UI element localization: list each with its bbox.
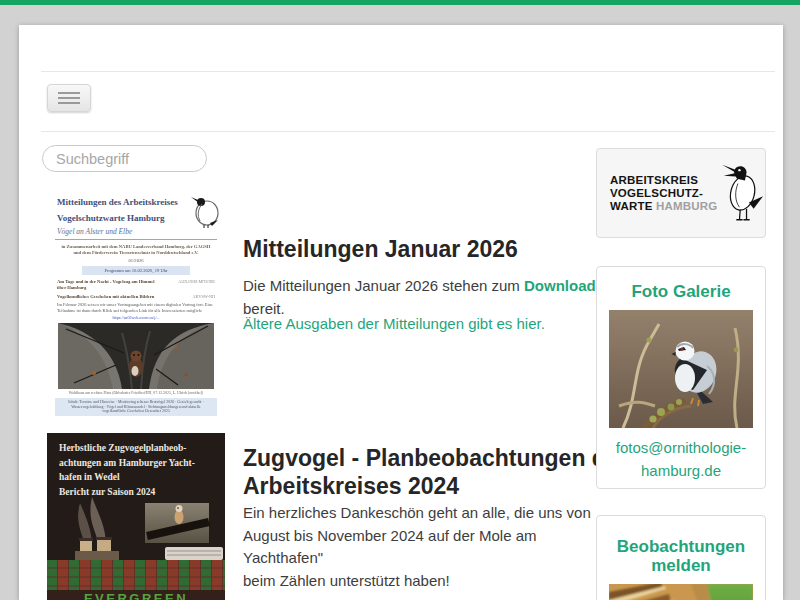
doc-paragraph: Im Februar 2026 setzen wir unser Vortrag… — [57, 302, 215, 312]
sidebar-logo-card[interactable]: ARBEITSKREIS VOGELSCHUTZ- WARTE HAMBURG — [596, 148, 766, 238]
doc-contents-box: Inhalt: Termine und Hinweise · Monitorin… — [55, 398, 217, 416]
doc-photo-caption: Waldkauz am rechten Platz (Ohlsdorfer Fr… — [47, 391, 225, 395]
hamburger-icon — [58, 92, 80, 94]
doc-rule — [55, 239, 217, 240]
newsletter-gull-logo-icon — [190, 195, 222, 229]
doc-program-item: Am Tage und in der Nacht - Vogelzug am H… — [57, 279, 215, 290]
doc-item-author: AKVSW-NH — [192, 294, 215, 299]
article-body-mitteilungen: Die Mitteilungen Januar 2026 stehen zum … — [243, 275, 603, 320]
logo-text: ARBEITSKREIS VOGELSCHUTZ- WARTE HAMBURG — [610, 174, 717, 213]
menu-button[interactable] — [47, 84, 91, 112]
search-input[interactable] — [42, 145, 207, 172]
article-title-mitteilungen[interactable]: Mitteilungen Januar 2026 — [243, 236, 623, 263]
body-text: Die Mitteilungen Januar 2026 stehen zum — [243, 277, 524, 294]
logo: ARBEITSKREIS VOGELSCHUTZ- WARTE HAMBURG — [597, 149, 765, 237]
doc-issue-number: 01/2026 — [47, 258, 225, 263]
header-divider-top — [41, 71, 775, 72]
doc-program-item: Vogelkundliches Geschehen mit aktuellen … — [57, 294, 215, 299]
logo-line1: ARBEITSKREIS — [610, 174, 717, 187]
header-divider-bottom — [41, 131, 775, 132]
owl-in-tree-photo — [58, 323, 214, 389]
sidebar-foto-galerie-card: Foto Galerie — [596, 266, 766, 489]
article-body-zugvogel: Ein herzliches Dankeschön geht an alle, … — [243, 502, 613, 592]
doc-program-banner: Programm am 16.02.2026, 19 Uhr — [82, 266, 190, 275]
bird-feathers-photo[interactable] — [609, 584, 753, 600]
gull-logo-icon — [719, 155, 765, 231]
beobachtungen-title[interactable]: Beobachtungen melden — [597, 537, 765, 575]
foto-galerie-title[interactable]: Foto Galerie — [597, 282, 765, 301]
article-thumbnail-mitteilungen[interactable]: Mitteilungen des Arbeitskreises Vogelsch… — [47, 192, 225, 425]
body-text: bereit. — [243, 300, 285, 317]
doc-item-title: Vogelkundliches Geschehen mit aktuellen … — [57, 294, 157, 299]
older-issues-link[interactable]: Ältere Ausgaben der Mitteilungen gibt es… — [243, 315, 603, 332]
doc-item-author: Alexander Mitschke — [178, 279, 215, 290]
foto-email-link[interactable]: fotos@ornithologie- hamburg.de — [597, 436, 765, 482]
poster-title-text: Herbstliche Zugvogelplanbeob- achtungen … — [59, 441, 195, 499]
doc-cooperation-text: in Zusammenarbeit mit dem NABU Landesver… — [59, 244, 213, 255]
logo-line2: VOGELSCHUTZ- — [610, 187, 717, 200]
doc-zoom-link: https://us02web.zoom.us/j/... — [47, 315, 225, 320]
page-container: Mitteilungen des Arbeitskreises Vogelsch… — [19, 25, 783, 600]
logo-line3: WARTE HAMBURG — [610, 200, 717, 213]
logo-line3-light: HAMBURG — [656, 200, 717, 212]
logo-line3-bold: WARTE — [610, 200, 656, 212]
sidebar-beobachtungen-card: Beobachtungen melden — [596, 515, 766, 600]
doc-item-title: Am Tage und in der Nacht - Vogelzug am H… — [57, 279, 157, 290]
ship-name-label: EVERGREEN — [84, 591, 188, 600]
article-thumbnail-zugvogel[interactable]: EVERGREEN Herbstliche Zugvogelplanbeob- … — [47, 433, 225, 600]
download-link[interactable]: Download — [524, 277, 596, 294]
top-accent-bar — [0, 0, 800, 5]
kite-bird-photo[interactable] — [609, 310, 753, 428]
article-title-zugvogel[interactable]: Zugvogel - Planbeobachtungen des Arbeits… — [243, 444, 633, 500]
